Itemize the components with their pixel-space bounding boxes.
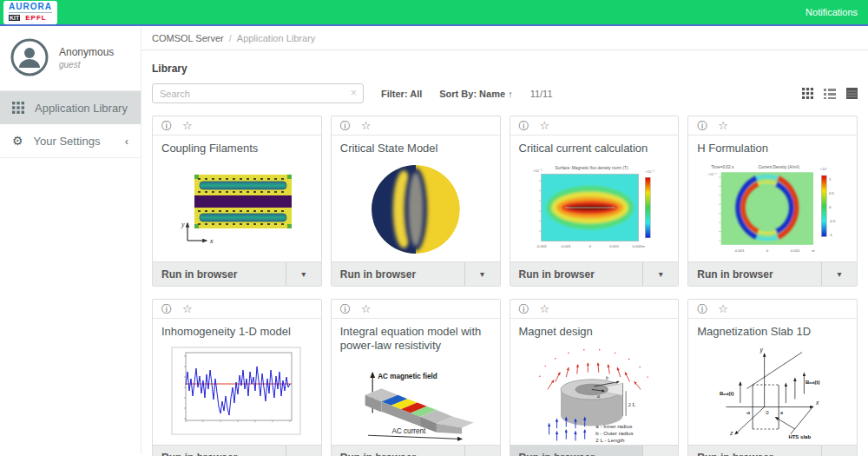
library-toolbar: × Filter: All Sort By: Name ↑ 11/11 xyxy=(152,83,858,103)
info-icon[interactable]: ⓘ xyxy=(340,304,351,314)
app-title: Integral equation model with power-law r… xyxy=(332,319,500,355)
favorite-star-icon[interactable]: ☆ xyxy=(182,303,193,314)
run-options-dropdown[interactable]: ▾ xyxy=(642,262,678,286)
run-options-dropdown[interactable]: ▾ xyxy=(821,446,857,456)
run-options-dropdown[interactable]: ▾ xyxy=(286,446,321,456)
run-in-browser-button[interactable]: Run in browser xyxy=(510,446,643,456)
run-options-dropdown[interactable]: ▾ xyxy=(464,446,500,456)
sort-direction-icon[interactable]: ↑ xyxy=(508,89,513,99)
slab-3d-diagram: AC magnetic field AC xyxy=(339,358,491,441)
magnetic-field-label: AC magnetic field xyxy=(378,373,437,380)
colorbar-tick: 0.5 xyxy=(829,191,835,195)
y-axis-label: y xyxy=(181,221,185,228)
sidebar-item-application-library[interactable]: Application Library xyxy=(0,91,141,124)
app-thumbnail: y x xyxy=(153,157,321,261)
gear-icon: ⚙ xyxy=(12,135,23,147)
clear-search-icon[interactable]: × xyxy=(350,86,357,99)
user-role: guest xyxy=(59,60,114,69)
info-icon[interactable]: ⓘ xyxy=(161,304,172,314)
run-in-browser-button[interactable]: Run in browser xyxy=(153,262,286,286)
flux-density-plot: Surface: Magnetic flux density norm (T) … xyxy=(516,161,672,258)
favorite-star-icon[interactable]: ☆ xyxy=(540,120,550,131)
favorite-star-icon[interactable]: ☆ xyxy=(361,303,372,314)
notifications-link[interactable]: Notifications xyxy=(806,7,858,17)
a-tick: a xyxy=(780,410,784,415)
app-thumbnail: y x z -a 0 a Bₑₓₜ(t) Bₑₓₜ(t) HTS slab xyxy=(688,340,857,445)
critical-state-plot xyxy=(369,162,463,256)
inner-radius-marker: a xyxy=(597,393,600,399)
run-options-dropdown[interactable]: ▾ xyxy=(286,262,321,286)
app-card-magnetization-slab-1d: ⓘ ☆ Magnetization Slab 1D xyxy=(687,299,858,456)
app-thumbnail: AC magnetic field AC xyxy=(332,355,500,446)
x-axis-label: x xyxy=(209,237,214,245)
x-tick: 0 xyxy=(766,248,769,253)
outer-radius-marker: b xyxy=(606,374,608,380)
favorite-star-icon[interactable]: ☆ xyxy=(718,120,728,131)
chevron-left-icon[interactable]: ‹ xyxy=(125,135,128,148)
app-thumbnail: Surface: Magnetic flux density norm (T) … xyxy=(510,157,679,261)
x-axis-label: x xyxy=(815,400,819,406)
result-count: 11/11 xyxy=(530,89,553,99)
app-title: Inhomogeneity 1-D model xyxy=(153,319,321,340)
run-in-browser-button[interactable]: Run in browser xyxy=(510,262,643,286)
y-axis-exponent: ×10⁻⁴ xyxy=(708,172,718,176)
logo-tagline xyxy=(9,12,52,13)
breadcrumb: COMSOL Server / Application Library xyxy=(141,26,868,50)
run-options-dropdown[interactable]: ▾ xyxy=(642,446,678,456)
time-label: Time=0.02 s xyxy=(711,165,734,169)
app-card-inhomogeneity-1d-model: ⓘ ☆ Inhomogeneity 1-D model xyxy=(152,299,322,456)
info-icon[interactable]: ⓘ xyxy=(697,304,707,314)
run-in-browser-button[interactable]: Run in browser xyxy=(332,262,464,286)
breadcrumb-current: Application Library xyxy=(237,33,316,43)
list-view-icon[interactable] xyxy=(824,88,836,99)
run-in-browser-button[interactable]: Run in browser xyxy=(688,262,821,286)
run-options-dropdown[interactable]: ▾ xyxy=(821,262,857,286)
info-icon[interactable]: ⓘ xyxy=(519,121,529,131)
info-icon[interactable]: ⓘ xyxy=(161,121,172,131)
top-bar: AURORA KIT EPFL Notifications xyxy=(0,0,868,26)
info-icon[interactable]: ⓘ xyxy=(697,121,707,131)
sidebar-item-label: Your Settings xyxy=(34,135,101,148)
colorbar-exponent: ×10⁸ xyxy=(820,168,828,172)
favorite-star-icon[interactable]: ☆ xyxy=(540,303,550,314)
length-marker: 2 L xyxy=(628,401,636,407)
legend-line: a - Inner radius xyxy=(596,423,633,429)
favorite-star-icon[interactable]: ☆ xyxy=(182,120,193,131)
favorite-star-icon[interactable]: ☆ xyxy=(361,120,372,131)
x-tick: -0.001 xyxy=(561,245,572,249)
main-panel: COMSOL Server / Application Library Libr… xyxy=(141,26,868,454)
aurora-logo: AURORA KIT EPFL xyxy=(3,1,57,24)
magnet-3d-diagram: b a 2 L xyxy=(519,341,668,444)
sidebar-item-your-settings[interactable]: ⚙ Your Settings ‹ xyxy=(0,124,141,158)
grid-view-icon[interactable] xyxy=(802,88,813,99)
x-tick: 0 xyxy=(589,245,592,249)
app-card-critical-current-calculation: ⓘ ☆ Critical current calculation xyxy=(510,116,680,287)
run-in-browser-button[interactable]: Run in browser xyxy=(688,446,821,456)
run-in-browser-button[interactable]: Run in browser xyxy=(153,446,286,456)
application-grid: ⓘ ☆ Coupling Filaments xyxy=(152,116,858,456)
search-input[interactable] xyxy=(152,83,364,103)
app-title: Magnetization Slab 1D xyxy=(688,319,857,340)
app-title: Coupling Filaments xyxy=(153,135,321,157)
hts-slab-label: HTS slab xyxy=(789,434,812,439)
x-tick: 0.001 xyxy=(791,248,800,253)
breadcrumb-root[interactable]: COMSOL Server xyxy=(152,33,224,43)
app-thumbnail: Time=0.02 s Current Density (A/m²) ×10⁻⁴ xyxy=(688,157,857,261)
app-card-critical-state-model: ⓘ ☆ Critical State Model xyxy=(331,116,501,287)
sort-control[interactable]: Sort By: Name ↑ xyxy=(439,89,512,99)
colorbar-exponent: ×10⁻³ xyxy=(646,170,655,175)
run-options-dropdown[interactable]: ▾ xyxy=(464,262,500,286)
slab-axes-diagram: y x z -a 0 a Bₑₓₜ(t) Bₑₓₜ(t) HTS slab xyxy=(703,343,842,442)
filter-control[interactable]: Filter: All xyxy=(381,89,422,99)
app-title: Magnet design xyxy=(510,319,679,340)
favorite-star-icon[interactable]: ☆ xyxy=(718,303,728,314)
info-icon[interactable]: ⓘ xyxy=(519,304,529,314)
legend-line: b - Outer radius xyxy=(596,430,634,436)
run-in-browser-button[interactable]: Run in browser xyxy=(332,446,464,456)
plot-title: Surface: Magnetic flux density norm (T) xyxy=(556,166,628,170)
x-unit: m xyxy=(812,248,815,253)
x-tick: -0.002 xyxy=(536,245,548,249)
info-icon[interactable]: ⓘ xyxy=(340,121,351,131)
detail-view-icon[interactable] xyxy=(846,88,858,99)
user-name: Anonymous xyxy=(59,46,114,58)
